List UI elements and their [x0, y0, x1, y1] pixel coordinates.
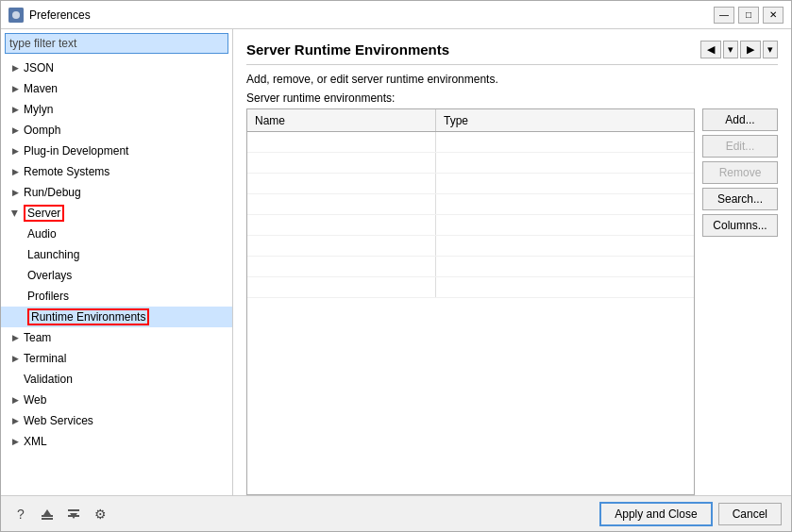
table-row [247, 153, 694, 174]
arrow-icon: ▶ [8, 435, 22, 448]
tree-item-label: JSON [24, 61, 54, 75]
tree-item-audio[interactable]: Audio [1, 224, 232, 244]
window-title: Preferences [29, 8, 714, 22]
table-row [247, 277, 694, 298]
import-icon[interactable] [37, 504, 58, 524]
bottom-bar: ? ⚙ Apply and Close Cancel [1, 495, 791, 531]
arrow-icon: ▶ [8, 82, 22, 95]
bottom-left-icons: ? ⚙ [10, 504, 110, 524]
window-controls: — □ ✕ [714, 7, 784, 24]
table-row [247, 174, 694, 194]
arrow-icon: ▶ [8, 414, 22, 427]
left-panel: ▶ JSON ▶ Maven ▶ Mylyn ▶ Oomph [1, 29, 233, 495]
help-icon[interactable]: ? [10, 504, 31, 524]
table-body [247, 132, 694, 494]
table-area: Name Type [246, 108, 778, 495]
tree-item-label: Plug-in Development [24, 144, 128, 158]
table-row [247, 215, 694, 236]
apply-close-button[interactable]: Apply and Close [599, 502, 712, 526]
search-button[interactable]: Search... [702, 188, 778, 210]
tree-item-json[interactable]: ▶ JSON [1, 58, 232, 78]
tree-item-label: Mylyn [24, 103, 53, 116]
tree-item-mylyn[interactable]: ▶ Mylyn [1, 99, 232, 120]
tree-item-launching[interactable]: Launching [1, 244, 232, 265]
remove-button[interactable]: Remove [702, 161, 778, 184]
preferences-icon [8, 8, 24, 23]
close-button[interactable]: ✕ [763, 7, 784, 24]
tree-item-label: Launching [27, 248, 79, 261]
tree-item-label: XML [24, 435, 47, 448]
filter-input[interactable] [5, 33, 228, 54]
tree-item-xml[interactable]: ▶ XML [1, 431, 232, 452]
back-dropdown-button[interactable]: ▾ [723, 41, 738, 58]
tree-item-label: Web [24, 393, 46, 407]
tree-item-maven[interactable]: ▶ Maven [1, 78, 232, 99]
bottom-right-buttons: Apply and Close Cancel [599, 502, 782, 526]
tree-item-run-debug[interactable]: ▶ Run/Debug [1, 182, 232, 203]
arrow-icon: ▶ [8, 186, 22, 199]
arrow-icon: ▶ [8, 144, 22, 158]
arrow-icon: ▶ [8, 352, 22, 365]
tree-item-label: Run/Debug [24, 186, 81, 199]
tree-container[interactable]: ▶ JSON ▶ Maven ▶ Mylyn ▶ Oomph [1, 58, 232, 495]
add-button[interactable]: Add... [702, 108, 778, 131]
settings-icon[interactable]: ⚙ [90, 504, 110, 524]
tree-item-label: Terminal [24, 352, 66, 365]
arrow-icon: ▶ [8, 165, 22, 178]
tree-item-plugin-dev[interactable]: ▶ Plug-in Development [1, 141, 232, 161]
tree-item-oomph[interactable]: ▶ Oomph [1, 120, 232, 141]
panel-title: Server Runtime Environments [246, 42, 449, 58]
maximize-button[interactable]: □ [738, 7, 759, 24]
tree-item-label: Oomph [24, 124, 60, 137]
tree-item-runtime-environments[interactable]: Runtime Environments [1, 307, 232, 327]
columns-button[interactable]: Columns... [702, 214, 778, 237]
runtime-table[interactable]: Name Type [246, 108, 695, 495]
tree-item-remote-systems[interactable]: ▶ Remote Systems [1, 161, 232, 182]
cancel-button[interactable]: Cancel [718, 503, 782, 525]
preferences-window: Preferences — □ ✕ ▶ JSON ▶ Maven [0, 0, 792, 532]
tree-item-terminal[interactable]: ▶ Terminal [1, 348, 232, 369]
tree-item-label: Maven [24, 82, 58, 95]
forward-button[interactable]: ▶ [740, 41, 761, 58]
arrow-icon: ▶ [8, 207, 22, 220]
titlebar: Preferences — □ ✕ [1, 1, 791, 29]
svg-point-1 [12, 11, 20, 19]
export-icon[interactable] [63, 504, 84, 524]
tree-item-label: Web Services [24, 414, 93, 427]
svg-marker-3 [43, 509, 51, 515]
arrow-icon: ▶ [8, 331, 22, 344]
tree-item-overlays[interactable]: Overlays [1, 265, 232, 286]
tree-item-label: Audio [27, 227, 57, 241]
tree-item-label: Remote Systems [24, 165, 110, 178]
tree-item-runtime-label: Runtime Environments [27, 308, 149, 325]
back-button[interactable]: ◀ [700, 41, 721, 58]
tree-item-validation[interactable]: Validation [1, 369, 232, 390]
tree-item-label: Team [24, 331, 51, 344]
col-type: Type [436, 109, 694, 131]
tree-item-web-services[interactable]: ▶ Web Services [1, 410, 232, 431]
table-row [247, 257, 694, 277]
svg-rect-4 [42, 518, 53, 520]
main-content: ▶ JSON ▶ Maven ▶ Mylyn ▶ Oomph [1, 29, 791, 495]
tree-item-profilers[interactable]: Profilers [1, 286, 232, 307]
right-panel: Server Runtime Environments ◀ ▾ ▶ ▾ Add,… [233, 29, 791, 495]
tree-item-web[interactable]: ▶ Web [1, 390, 232, 410]
svg-rect-2 [42, 515, 53, 517]
tree-item-label: Validation [24, 373, 73, 386]
svg-rect-7 [68, 509, 79, 511]
edit-button[interactable]: Edit... [702, 135, 778, 158]
arrow-icon: ▶ [8, 393, 22, 407]
table-header: Name Type [247, 109, 694, 132]
tree-item-server[interactable]: ▶ Server [1, 203, 232, 224]
table-row [247, 194, 694, 215]
arrow-icon: ▶ [8, 124, 22, 137]
arrow-icon: ▶ [8, 103, 22, 116]
action-buttons: Add... Edit... Remove Search... Columns.… [702, 108, 778, 495]
tree-item-label: Profilers [27, 290, 69, 303]
forward-dropdown-button[interactable]: ▾ [763, 41, 778, 58]
panel-description: Add, remove, or edit server runtime envi… [246, 73, 778, 86]
tree-item-team[interactable]: ▶ Team [1, 327, 232, 348]
tree-item-label: Overlays [27, 269, 72, 282]
minimize-button[interactable]: — [714, 7, 734, 24]
table-row [247, 236, 694, 257]
